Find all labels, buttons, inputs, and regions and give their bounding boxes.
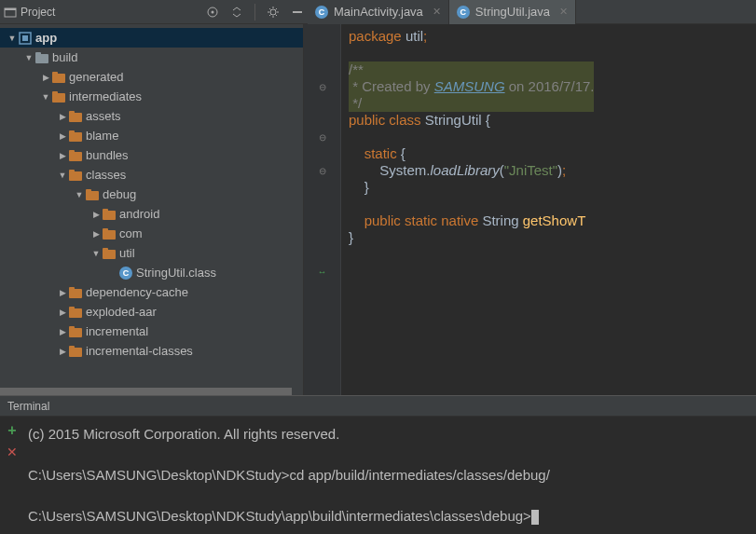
- svg-rect-21: [69, 170, 75, 173]
- tree-arrow-icon[interactable]: [39, 71, 52, 84]
- java-class-icon: C: [457, 6, 470, 19]
- tree-arrow-icon[interactable]: [89, 247, 103, 260]
- project-title: Project: [21, 6, 55, 19]
- tab-mainactivity[interactable]: C MainActivity.java ✕: [308, 0, 449, 24]
- tree-arrow-icon[interactable]: [73, 188, 86, 201]
- folder-icon: [103, 209, 116, 220]
- svg-point-4: [270, 9, 276, 15]
- folder-icon: [69, 170, 82, 181]
- hide-icon[interactable]: [287, 2, 308, 22]
- tree-arrow-icon[interactable]: [56, 345, 69, 358]
- tree-arrow-icon[interactable]: [6, 32, 19, 45]
- svg-rect-15: [69, 111, 75, 115]
- svg-rect-9: [35, 52, 41, 56]
- tree-com[interactable]: com: [0, 224, 303, 243]
- tree-label: blame: [86, 129, 118, 143]
- svg-rect-19: [69, 150, 75, 154]
- tree-label: bundles: [86, 148, 129, 162]
- svg-rect-13: [52, 91, 58, 95]
- editor-tabs: C MainActivity.java ✕ C StringUtil.java …: [308, 0, 576, 24]
- folder-icon: [69, 346, 82, 357]
- tree-incremental[interactable]: incremental: [0, 322, 303, 341]
- tree-generated[interactable]: generated: [0, 67, 303, 87]
- tab-label: StringUtil.java: [475, 5, 550, 19]
- terminal-title: Terminal: [7, 400, 49, 413]
- folder-icon: [69, 287, 82, 298]
- tree-classes[interactable]: classes: [0, 165, 303, 185]
- editor-gutter: ⊖ ⊖ ⊖ ↔: [304, 24, 341, 395]
- project-tree[interactable]: appbuildgeneratedintermediatesassetsblam…: [0, 24, 304, 395]
- tree-build[interactable]: build: [0, 48, 303, 67]
- tree-label: app: [35, 31, 57, 45]
- gear-icon[interactable]: [263, 2, 283, 22]
- add-terminal-icon[interactable]: +: [7, 422, 16, 439]
- tree-debug[interactable]: debug: [0, 185, 303, 204]
- tree-arrow-icon[interactable]: [56, 169, 69, 182]
- terminal-header[interactable]: Terminal: [0, 396, 756, 417]
- tree-arrow-icon[interactable]: [56, 286, 69, 299]
- svg-rect-35: [69, 326, 75, 330]
- tree-util[interactable]: util: [0, 243, 303, 263]
- svg-rect-37: [69, 346, 75, 349]
- tree-app[interactable]: app: [0, 28, 303, 48]
- tree-arrow-icon[interactable]: [56, 306, 69, 319]
- tree-android[interactable]: android: [0, 204, 303, 224]
- tree-arrow-icon[interactable]: [89, 227, 103, 240]
- target-icon[interactable]: [202, 2, 223, 22]
- tree-assets[interactable]: assets: [0, 106, 303, 126]
- tree-label: debug: [103, 187, 136, 201]
- folder-icon: [35, 52, 48, 63]
- collapse-icon[interactable]: [227, 2, 247, 22]
- tree-bundles[interactable]: bundles: [0, 145, 303, 165]
- svg-rect-17: [69, 130, 75, 134]
- terminal-output[interactable]: (c) 2015 Microsoft Corporation. All righ…: [24, 417, 756, 534]
- tree-label: assets: [86, 109, 121, 123]
- svg-point-3: [212, 10, 214, 13]
- class-file-icon: C: [119, 267, 132, 280]
- tree-incremental-classes[interactable]: incremental-classes: [0, 341, 303, 361]
- tab-stringutil[interactable]: C StringUtil.java ✕: [449, 0, 576, 24]
- folder-icon: [69, 150, 82, 161]
- tree-arrow-icon[interactable]: [56, 110, 69, 123]
- tree-arrow-icon[interactable]: [56, 130, 69, 143]
- tree-label: util: [119, 246, 135, 260]
- module-icon: [19, 32, 32, 45]
- close-icon[interactable]: ✕: [559, 6, 568, 18]
- top-toolbar: Project C MainActivity.java ✕ C StringUt…: [0, 0, 756, 24]
- tree-label: generated: [69, 70, 124, 84]
- tree-dependency-cache[interactable]: dependency-cache: [0, 282, 303, 302]
- tree-arrow-icon[interactable]: [106, 267, 119, 280]
- tree-blame[interactable]: blame: [0, 126, 303, 145]
- code-content[interactable]: package util; /** * Created by SAMSUNG o…: [341, 24, 756, 395]
- tree-label: StringUtil.class: [136, 266, 216, 280]
- folder-icon: [69, 307, 82, 318]
- svg-rect-33: [69, 307, 75, 310]
- tree-arrow-icon[interactable]: [89, 208, 103, 221]
- tree-label: incremental-classes: [86, 344, 193, 358]
- tree-arrow-icon[interactable]: [56, 149, 69, 162]
- close-terminal-icon[interactable]: ✕: [7, 445, 18, 459]
- svg-rect-27: [103, 228, 108, 232]
- folder-icon: [86, 189, 99, 200]
- svg-rect-1: [5, 8, 16, 10]
- folder-icon: [52, 91, 65, 103]
- terminal-cursor: [531, 510, 539, 525]
- tree-intermediates[interactable]: intermediates: [0, 87, 303, 106]
- folder-icon: [103, 228, 116, 240]
- close-icon[interactable]: ✕: [433, 6, 441, 18]
- java-class-icon: C: [315, 6, 328, 19]
- tree-stringutil-class[interactable]: CStringUtil.class: [0, 263, 303, 282]
- tree-arrow-icon[interactable]: [56, 325, 69, 338]
- tree-label: exploded-aar: [86, 305, 157, 319]
- svg-rect-11: [52, 72, 58, 75]
- tree-label: intermediates: [69, 89, 142, 103]
- tree-exploded-aar[interactable]: exploded-aar: [0, 302, 303, 322]
- tree-arrow-icon[interactable]: [22, 51, 35, 64]
- terminal-toolbar: + ✕: [0, 417, 24, 534]
- tree-arrow-icon[interactable]: [39, 90, 52, 103]
- svg-rect-5: [293, 11, 302, 13]
- code-editor[interactable]: ⊖ ⊖ ⊖ ↔ package util; /** * Created by S…: [304, 24, 756, 395]
- project-icon: [4, 6, 17, 19]
- folder-icon: [69, 111, 82, 122]
- tree-label: android: [119, 207, 159, 221]
